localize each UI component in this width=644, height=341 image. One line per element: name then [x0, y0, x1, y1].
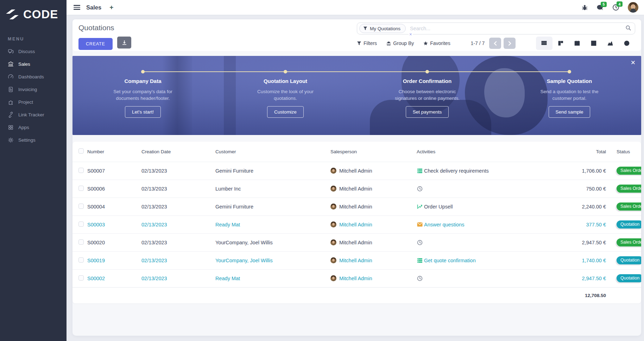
row-checkbox[interactable]: [78, 204, 84, 209]
cell-total: 2,947.50 €: [563, 269, 606, 287]
chevron-left-icon: [494, 41, 497, 46]
column-header-number[interactable]: Number: [87, 142, 141, 162]
customize-button[interactable]: Customize: [267, 106, 304, 118]
layers-icon: [386, 41, 391, 46]
magnifier-icon[interactable]: [625, 25, 631, 32]
new-tab-button[interactable]: +: [107, 4, 115, 11]
table-row[interactable]: S00003 02/13/2023 Ready Mat Mitchell Adm…: [72, 215, 641, 233]
cell-customer: Gemini Furniture: [215, 162, 330, 180]
pager-next-button[interactable]: [504, 38, 516, 49]
sidebar-item-link-tracker[interactable]: Link Tracker: [0, 108, 67, 121]
cell-activities[interactable]: [417, 269, 563, 287]
action-buttons: CREATE: [78, 37, 131, 50]
row-checkbox[interactable]: [78, 168, 84, 173]
send-sample-button[interactable]: Send sample: [549, 106, 591, 118]
row-checkbox[interactable]: [78, 275, 84, 281]
onboarding-step-sample-quotation: Sample Quotation Send a quotation to tes…: [515, 78, 624, 118]
cell-activities[interactable]: Get quote confirmation: [417, 251, 563, 269]
clock-activity-icon: [417, 186, 423, 192]
search-facet-my-quotations[interactable]: My Quotations: [359, 24, 406, 33]
group-by-button[interactable]: Group By: [386, 40, 414, 46]
filters-label: Filters: [364, 40, 377, 46]
row-checkbox[interactable]: [78, 239, 84, 245]
messages-badge: 5: [601, 2, 607, 7]
activity-label: Answer questions: [424, 222, 464, 227]
pager-prev-button[interactable]: [489, 38, 501, 49]
table-row[interactable]: S00002 02/13/2023 Ready Mat Mitchell Adm…: [72, 269, 641, 287]
table-row[interactable]: S00006 02/13/2023 Lumber Inc Mitchell Ad…: [72, 180, 641, 198]
column-header-activities[interactable]: Activities: [417, 142, 563, 162]
search-box[interactable]: My Quotations ×: [357, 22, 635, 34]
cell-activities[interactable]: Answer questions: [417, 215, 563, 233]
sidebar-item-label: Invoicing: [18, 87, 37, 92]
sidebar-item-label: Discuss: [18, 49, 35, 54]
hamburger-menu-icon[interactable]: [74, 4, 80, 11]
sidebar-item-sales[interactable]: Sales: [0, 58, 67, 70]
sidebar-nav: Discuss Sales Dashboards Invoicing Proje…: [0, 45, 67, 146]
cell-activities[interactable]: [417, 233, 563, 251]
cell-number: S00006: [87, 180, 141, 198]
view-pivot-icon[interactable]: [586, 37, 602, 50]
cell-customer: Ready Mat: [215, 215, 330, 233]
table-row[interactable]: S00004 02/13/2023 Gemini Furniture Mitch…: [72, 198, 641, 215]
lets-start-button[interactable]: Let's start!: [125, 106, 161, 118]
create-button[interactable]: CREATE: [78, 38, 113, 50]
row-checkbox[interactable]: [78, 257, 84, 263]
chevron-right-icon: [508, 41, 511, 46]
column-header-total[interactable]: Total: [563, 142, 606, 162]
content-shell: Quotations My Quotations ×: [72, 19, 641, 336]
cell-customer: Gemini Furniture: [215, 198, 330, 215]
filters-button[interactable]: Filters: [357, 40, 377, 46]
user-avatar[interactable]: [628, 2, 638, 13]
column-header-salesperson[interactable]: Salesperson: [330, 142, 417, 162]
salesperson-name: Mitchell Admin: [339, 186, 372, 192]
cell-status: Sales Order: [606, 180, 641, 198]
select-all-checkbox[interactable]: [78, 148, 84, 154]
sidebar-item-apps[interactable]: Apps: [0, 121, 67, 134]
cell-total: 2,947.50 €: [563, 233, 606, 251]
column-header-creation-date[interactable]: Creation Date: [141, 142, 215, 162]
status-badge: Sales Order: [617, 202, 641, 211]
activities-clock-icon[interactable]: 4: [612, 4, 619, 11]
table-row[interactable]: S00007 02/13/2023 Gemini Furniture Mitch…: [72, 162, 641, 180]
cell-activities[interactable]: Order Upsell: [417, 198, 563, 215]
star-icon: [423, 41, 428, 46]
filter-funnel-icon: [363, 26, 367, 31]
status-badge: Quotation: [617, 220, 641, 229]
remove-facet-button[interactable]: ×: [409, 32, 413, 37]
sidebar-item-invoicing[interactable]: Invoicing: [0, 83, 67, 96]
search-input[interactable]: [406, 26, 625, 31]
status-badge: Sales Order: [617, 238, 641, 246]
view-list-icon[interactable]: [536, 37, 553, 50]
row-checkbox[interactable]: [78, 221, 84, 227]
table-row[interactable]: S00020 02/13/2023 YourCompany, Joel Will…: [72, 233, 641, 251]
sidebar-item-project[interactable]: Project: [0, 96, 67, 108]
sidebar-item-dashboards[interactable]: Dashboards: [0, 70, 67, 83]
cell-activities[interactable]: Check delivery requirements: [417, 162, 563, 180]
sidebar-item-label: Apps: [18, 125, 29, 130]
sidebar: CODE MENU Discuss Sales Dashboards Invoi…: [0, 0, 67, 341]
cell-total: 377.50 €: [563, 215, 606, 233]
column-header-status[interactable]: Status: [606, 142, 641, 162]
sidebar-item-label: Dashboards: [18, 74, 44, 79]
column-header-customer[interactable]: Customer: [215, 142, 330, 162]
cell-status: Sales Order: [606, 233, 641, 251]
sidebar-item-discuss[interactable]: Discuss: [0, 45, 67, 58]
sidebar-item-settings[interactable]: Settings: [0, 134, 67, 146]
row-checkbox[interactable]: [78, 186, 84, 191]
app-tab-title[interactable]: Sales: [86, 4, 101, 11]
export-button[interactable]: [117, 37, 131, 49]
bug-icon[interactable]: [581, 4, 588, 11]
view-graph-icon[interactable]: [602, 37, 619, 50]
set-payments-button[interactable]: Set payments: [406, 106, 449, 118]
view-kanban-icon[interactable]: [553, 37, 569, 50]
chain-link-icon: [8, 112, 14, 118]
view-activity-icon[interactable]: [619, 37, 635, 50]
messages-icon[interactable]: 5: [596, 4, 604, 11]
table-row[interactable]: S00019 02/13/2023 YourCompany, Joel Will…: [72, 251, 641, 269]
view-calendar-icon[interactable]: [569, 37, 586, 50]
favorites-button[interactable]: Favorites: [423, 40, 450, 46]
banner-close-icon[interactable]: ✕: [631, 59, 636, 66]
timeline-dot: [425, 70, 429, 73]
cell-activities[interactable]: [417, 180, 563, 198]
